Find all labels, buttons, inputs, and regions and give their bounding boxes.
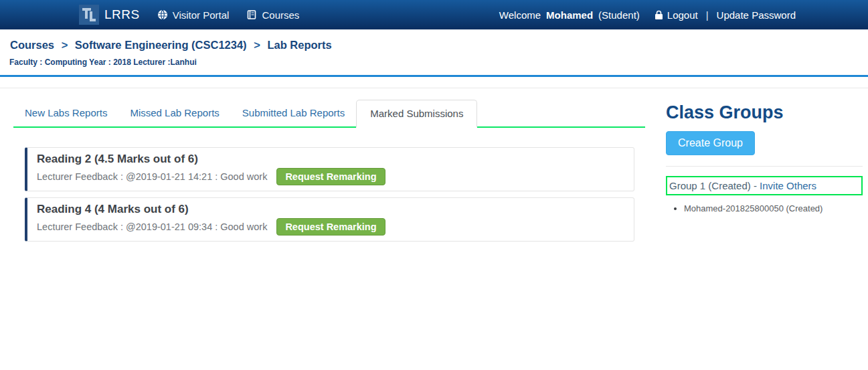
report-title: Reading 2 (4.5 Marks out of 6) [37, 152, 626, 167]
welcome-text: Welcome [499, 9, 541, 21]
invite-others-link[interactable]: Invite Others [760, 180, 816, 191]
group-member-item: Mohamed-201825800050 (Created) [684, 203, 863, 214]
group-name: Group 1 (Created) - [669, 180, 760, 191]
breadcrumb-separator: > [62, 39, 68, 51]
logout-link[interactable]: Logout [655, 9, 698, 21]
nav-courses[interactable]: Courses [246, 9, 299, 21]
navbar-right: Welcome Mohamed (Student) Logout | Updat… [499, 9, 796, 21]
report-tabs: New Labs Reports Missed Lab Reports Subm… [13, 100, 645, 128]
tab-submitted-lab-reports[interactable]: Submitted Lab Reports [231, 100, 356, 126]
breadcrumb-separator: > [254, 39, 260, 51]
nav-separator: | [706, 9, 709, 21]
class-groups-panel: Class Groups Create Group Group 1 (Creat… [666, 88, 863, 214]
group-item: Group 1 (Created) - Invite Others [666, 176, 863, 195]
class-groups-title: Class Groups [666, 102, 863, 123]
book-icon [246, 9, 257, 20]
content-area: New Labs Reports Missed Lab Reports Subm… [0, 88, 868, 248]
brand-lrrs[interactable]: LRRS [104, 7, 140, 22]
lrrs-logo-icon[interactable] [79, 5, 99, 25]
breadcrumb-course-name[interactable]: Software Engineering (CSC1234) [75, 39, 247, 51]
nav-visitor-portal-label: Visitor Portal [173, 9, 230, 21]
breadcrumb: Courses > Software Engineering (CSC1234)… [10, 39, 859, 52]
lecturer-feedback: Lecturer Feedback : @2019-01-21 14:21 : … [37, 171, 267, 182]
report-title: Reading 4 (4 Marks out of 6) [37, 202, 626, 217]
tab-missed-lab-reports[interactable]: Missed Lab Reports [118, 100, 230, 126]
report-card-row: Lecturer Feedback : @2019-01-21 09:34 : … [37, 218, 626, 238]
request-remarking-button[interactable]: Request Remarking [276, 218, 385, 236]
report-card-row: Lecturer Feedback : @2019-01-21 14:21 : … [37, 168, 626, 188]
create-group-button[interactable]: Create Group [666, 131, 755, 155]
report-card: Reading 4 (4 Marks out of 6) Lecturer Fe… [25, 197, 634, 242]
report-card: Reading 2 (4.5 Marks out of 6) Lecturer … [25, 147, 634, 191]
nav-courses-label: Courses [262, 9, 299, 21]
request-remarking-button[interactable]: Request Remarking [276, 168, 385, 185]
navbar-left: LRRS Visitor Portal Courses [79, 5, 317, 25]
marked-submissions-list: Reading 2 (4.5 Marks out of 6) Lecturer … [25, 147, 634, 242]
update-password-label: Update Password [717, 9, 796, 21]
lecturer-feedback: Lecturer Feedback : @2019-01-21 09:34 : … [37, 221, 267, 232]
course-meta: Faculty : Computing Year : 2018 Lecturer… [9, 58, 859, 67]
tab-new-labs-reports[interactable]: New Labs Reports [13, 100, 118, 126]
reports-column: New Labs Reports Missed Lab Reports Subm… [13, 88, 645, 248]
header-divider [0, 77, 868, 88]
logo-glyph [80, 6, 98, 23]
user-role: (Student) [598, 9, 640, 21]
nav-visitor-portal[interactable]: Visitor Portal [157, 9, 230, 21]
page-header: Courses > Software Engineering (CSC1234)… [0, 29, 868, 77]
breadcrumb-lab-reports[interactable]: Lab Reports [267, 39, 331, 51]
update-password-link[interactable]: Update Password [717, 9, 796, 21]
lock-icon [655, 10, 663, 20]
globe-icon [157, 9, 168, 20]
username: Mohamed [546, 9, 593, 21]
breadcrumb-courses[interactable]: Courses [10, 39, 54, 51]
top-navbar: LRRS Visitor Portal Courses Welcome Moha… [0, 0, 868, 29]
logout-label: Logout [667, 9, 698, 21]
group-members-list: Mohamed-201825800050 (Created) [666, 203, 863, 214]
tab-marked-submissions[interactable]: Marked Submissions [356, 100, 477, 128]
sidebar-divider [666, 166, 863, 167]
